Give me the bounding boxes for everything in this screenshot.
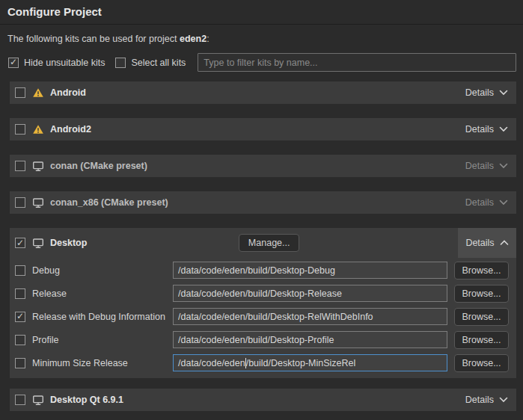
build-path-input[interactable] <box>173 331 447 348</box>
config-checkbox[interactable] <box>15 358 25 368</box>
build-config-row-minsizerel: Minimum Size Release /data/code/eden/bui… <box>15 351 509 374</box>
kit-header: Desktop Manage... Details <box>10 228 516 258</box>
intro-prefix: The following kits can be used for proje… <box>7 34 180 44</box>
intro-suffix: : <box>207 34 209 44</box>
build-path-input[interactable] <box>173 308 447 325</box>
desktop-icon <box>32 197 44 209</box>
select-all-kits-checkbox[interactable]: Select all kits <box>115 58 186 68</box>
kit-filter-input[interactable] <box>198 53 516 72</box>
build-path-input-focused[interactable]: /data/code/eden/build/Desktop-MinSizeRel <box>173 354 447 371</box>
warning-icon <box>32 124 44 135</box>
browse-button[interactable]: Browse... <box>454 354 509 372</box>
details-label: Details <box>465 238 494 248</box>
details-label: Details <box>465 87 494 98</box>
kit-toolbar: Hide unsuitable kits Select all kits <box>8 53 516 72</box>
details-button[interactable]: Details <box>457 155 516 177</box>
select-all-kits-label: Select all kits <box>131 58 186 68</box>
config-label: Minimum Size Release <box>32 358 173 368</box>
chevron-down-icon <box>499 90 508 96</box>
kit-row-desktop-qt-691: Desktop Qt 6.9.1 Details <box>10 389 516 411</box>
build-config-row-profile: Profile Browse... <box>15 328 509 351</box>
warning-icon <box>32 87 44 98</box>
details-button[interactable]: Details <box>457 118 516 140</box>
kit-header: Desktop Qt 6.9.1 Details <box>10 389 516 411</box>
config-label: Profile <box>32 335 173 345</box>
kit-checkbox[interactable] <box>15 87 25 98</box>
browse-button[interactable]: Browse... <box>454 285 509 303</box>
build-config-row-relwithdebinfo: Release with Debug Information Browse... <box>15 305 509 328</box>
kit-row-android2: Android2 Details <box>10 118 516 140</box>
kit-row-desktop: Desktop Manage... Details Debug Browse..… <box>10 228 516 378</box>
checkbox-box[interactable] <box>8 58 19 68</box>
build-path-input[interactable] <box>173 285 447 302</box>
browse-button[interactable]: Browse... <box>454 262 509 280</box>
kit-name: Desktop <box>50 238 87 248</box>
kit-checkbox[interactable] <box>15 238 25 248</box>
kit-header: Android2 Details <box>10 118 516 140</box>
kit-checkbox[interactable] <box>15 124 25 135</box>
kit-name: conan (CMake preset) <box>50 161 147 171</box>
details-label: Details <box>465 161 494 171</box>
details-button[interactable]: Details <box>457 191 516 214</box>
kit-header: conan (CMake preset) Details <box>10 155 516 177</box>
config-label: Release <box>32 288 173 299</box>
config-checkbox[interactable] <box>15 335 25 345</box>
chevron-up-icon <box>500 240 509 246</box>
chevron-down-icon <box>499 163 508 169</box>
kit-header: conan_x86 (CMake preset) Details <box>10 191 516 214</box>
kit-checkbox[interactable] <box>15 395 25 405</box>
kit-name: Android2 <box>50 124 91 135</box>
config-checkbox[interactable] <box>15 265 25 276</box>
hide-unsuitable-kits-checkbox[interactable]: Hide unsuitable kits <box>8 58 105 68</box>
build-config-row-release: Release Browse... <box>15 282 509 305</box>
config-label: Release with Debug Information <box>32 312 173 322</box>
kit-list: Android Details Android2 Details conan (… <box>0 81 523 411</box>
kit-row-conan: conan (CMake preset) Details <box>10 155 516 177</box>
chevron-down-icon <box>499 200 508 206</box>
config-checkbox[interactable] <box>15 288 25 299</box>
path-text-before-cursor: /data/code/eden <box>178 358 245 368</box>
kit-name: Desktop Qt 6.9.1 <box>50 395 123 405</box>
build-path-input[interactable] <box>173 262 447 279</box>
browse-button[interactable]: Browse... <box>454 331 509 349</box>
checkbox-box[interactable] <box>115 58 126 68</box>
kit-name: conan_x86 (CMake preset) <box>50 197 168 208</box>
kit-header: Android Details <box>10 81 516 104</box>
kit-checkbox[interactable] <box>15 197 25 208</box>
manage-button[interactable]: Manage... <box>239 234 300 252</box>
chevron-down-icon <box>499 397 508 403</box>
kit-name: Android <box>50 87 86 98</box>
details-label: Details <box>465 197 494 208</box>
build-config-list: Debug Browse... Release Browse... Releas… <box>10 258 516 378</box>
details-button[interactable]: Details <box>457 389 516 411</box>
details-label: Details <box>465 395 494 405</box>
kit-row-android: Android Details <box>10 81 516 104</box>
kit-row-conan-x86: conan_x86 (CMake preset) Details <box>10 191 516 214</box>
desktop-icon <box>32 238 44 249</box>
config-checkbox[interactable] <box>15 312 25 322</box>
desktop-icon <box>32 395 44 406</box>
hide-unsuitable-kits-label: Hide unsuitable kits <box>24 58 105 68</box>
chevron-down-icon <box>499 126 508 132</box>
path-text-after-cursor: /build/Desktop-MinSizeRel <box>246 358 356 368</box>
build-config-row-debug: Debug Browse... <box>15 259 509 282</box>
details-button[interactable]: Details <box>458 228 516 258</box>
project-name: eden2 <box>180 34 207 44</box>
config-label: Debug <box>32 265 173 276</box>
page-title: Configure Project <box>7 5 102 18</box>
details-label: Details <box>465 124 494 135</box>
kit-checkbox[interactable] <box>15 161 25 171</box>
intro-text: The following kits can be used for proje… <box>7 34 516 44</box>
details-button[interactable]: Details <box>457 81 516 104</box>
desktop-icon <box>32 161 44 172</box>
page-header: Configure Project <box>0 0 523 25</box>
browse-button[interactable]: Browse... <box>454 308 509 326</box>
